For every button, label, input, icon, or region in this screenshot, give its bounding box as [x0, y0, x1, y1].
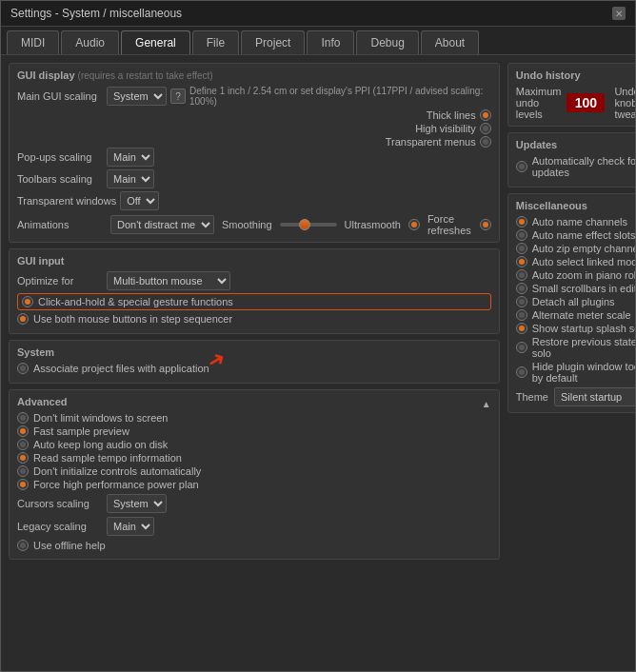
misc-label-7: Alternate meter scale: [532, 309, 631, 321]
cursors-scaling-row: Cursors scaling System: [17, 494, 491, 513]
undo-title: Undo history: [516, 69, 635, 81]
adv-radio-2[interactable]: [17, 439, 29, 450]
associate-radio[interactable]: [17, 363, 29, 374]
adv-label-4: Don't initialize controls automatically: [33, 465, 201, 477]
misc-radio-3[interactable]: [516, 256, 527, 267]
gesture-radio[interactable]: [22, 296, 33, 307]
misc-item-5: Small scrollbars in editors: [516, 283, 635, 294]
cursors-scaling-select[interactable]: System: [107, 494, 167, 513]
max-undo-value[interactable]: 100: [566, 93, 605, 112]
high-visibility-radio[interactable]: [480, 123, 491, 134]
misc-radio-7[interactable]: [516, 309, 527, 321]
misc-radio-2[interactable]: [516, 243, 527, 254]
misc-label-3: Auto select linked modules: [532, 256, 635, 267]
adv-label-2: Auto keep long audio on disk: [33, 439, 168, 450]
adv-item-1: Fast sample preview: [17, 425, 491, 437]
misc-label-0: Auto name channels: [532, 216, 627, 227]
adv-item-0: Don't limit windows to screen: [17, 412, 491, 424]
misc-radio-1[interactable]: [516, 229, 527, 241]
misc-radio-9[interactable]: [516, 342, 527, 353]
transparent-windows-row: Transparent windows Off: [17, 191, 491, 210]
undo-row: Maximum undo levels 100 Undo knob tweaks: [516, 86, 635, 120]
collapse-arrow-icon: ▲: [482, 399, 491, 409]
theme-row: Theme Silent startup: [516, 387, 635, 406]
theme-select[interactable]: Silent startup: [554, 387, 635, 406]
adv-item-5: Force high performance power plan: [17, 479, 491, 490]
legacy-scaling-label: Legacy scaling: [17, 521, 103, 532]
tab-bar: MIDI Audio General File Project Info Deb…: [1, 27, 635, 55]
gui-input-section: GUI input Optimize for Multi-button mous…: [9, 248, 500, 334]
adv-radio-4[interactable]: [17, 465, 29, 477]
optimize-select[interactable]: Multi-button mouse: [107, 271, 230, 290]
associate-label: Associate project files with application: [33, 363, 209, 374]
updates-section: Updates Automatically check for updates: [507, 132, 635, 188]
step-sequencer-row: Use both mouse buttons in step sequencer: [17, 313, 491, 325]
tab-info[interactable]: Info: [307, 30, 354, 54]
tab-about[interactable]: About: [421, 30, 479, 54]
auto-check-label: Automatically check for updates: [532, 155, 635, 178]
tab-general[interactable]: General: [121, 30, 190, 54]
smoothing-slider[interactable]: [280, 223, 337, 227]
misc-label-9: Restore previous state after solo: [532, 336, 635, 359]
advanced-collapse[interactable]: Advanced ▲: [17, 396, 491, 412]
misc-radio-8[interactable]: [516, 323, 527, 334]
misc-item-3: Auto select linked modules: [516, 256, 635, 267]
theme-label: Theme: [516, 391, 548, 403]
help-button[interactable]: ?: [170, 89, 186, 104]
right-display-options: Thick lines High visibility Transparent …: [17, 109, 491, 148]
misc-radio-0[interactable]: [516, 216, 527, 227]
animations-label: Animations: [17, 219, 103, 230]
tab-project[interactable]: Project: [241, 30, 305, 54]
system-title: System: [17, 346, 491, 358]
updates-title: Updates: [516, 139, 635, 150]
gui-input-title: GUI input: [17, 255, 491, 267]
transparent-windows-select[interactable]: Off: [120, 191, 159, 210]
miscellaneous-section: Miscellaneous Auto name channels Auto na…: [507, 193, 635, 413]
misc-radio-5[interactable]: [516, 283, 527, 294]
popups-scaling-label: Pop-ups scaling: [17, 151, 103, 163]
adv-item-4: Don't initialize controls automatically: [17, 465, 491, 477]
misc-label-8: Show startup splash screen: [532, 323, 635, 334]
force-refreshes-radio[interactable]: [480, 219, 491, 230]
animations-select[interactable]: Don't distract me: [110, 215, 214, 234]
misc-item-9: Restore previous state after solo: [516, 336, 635, 359]
animations-row: Animations Don't distract me Smoothing U…: [17, 213, 491, 236]
adv-radio-3[interactable]: [17, 452, 29, 464]
ultrasmooth-radio[interactable]: [408, 219, 420, 230]
adv-item-2: Auto keep long audio on disk: [17, 439, 491, 450]
legacy-scaling-select[interactable]: Main: [107, 517, 154, 536]
adv-radio-5[interactable]: [17, 479, 29, 490]
thick-lines-opt: Thick lines: [427, 109, 491, 121]
system-section: System Associate project files with appl…: [9, 340, 500, 384]
transparent-menus-radio[interactable]: [480, 136, 491, 148]
misc-label-1: Auto name effect slots: [532, 229, 635, 241]
close-button[interactable]: ✕: [612, 7, 626, 20]
misc-label-6: Detach all plugins: [532, 296, 615, 307]
thick-lines-radio[interactable]: [480, 109, 491, 121]
misc-radio-6[interactable]: [516, 296, 527, 307]
misc-label-5: Small scrollbars in editors: [532, 283, 635, 294]
misc-radio-10[interactable]: [516, 366, 527, 378]
step-seq-radio[interactable]: [17, 313, 29, 325]
misc-item-0: Auto name channels: [516, 216, 635, 227]
popups-scaling-select[interactable]: Main: [107, 148, 154, 167]
gui-display-section: GUI display (requires a restart to take …: [9, 63, 500, 243]
force-refreshes-label: Force refreshes: [427, 213, 472, 236]
toolbars-scaling-row: Toolbars scaling Main: [17, 169, 491, 188]
main-gui-scaling-select[interactable]: System: [107, 87, 167, 106]
adv-radio-1[interactable]: [17, 425, 29, 437]
title-bar: Settings - System / miscellaneous ✕: [1, 1, 635, 27]
transparent-menus-label: Transparent menus: [386, 136, 476, 148]
tab-audio[interactable]: Audio: [61, 30, 119, 54]
adv-label-0: Don't limit windows to screen: [33, 412, 169, 424]
offline-help-radio[interactable]: [17, 540, 29, 551]
misc-item-10: Hide plugin window toolbar by default: [516, 361, 635, 384]
transparent-windows-label: Transparent windows: [17, 195, 116, 207]
adv-radio-0[interactable]: [17, 412, 29, 424]
tab-debug[interactable]: Debug: [356, 30, 418, 54]
tab-file[interactable]: File: [192, 30, 239, 54]
toolbars-scaling-select[interactable]: Main: [107, 169, 154, 188]
tab-midi[interactable]: MIDI: [7, 30, 59, 54]
auto-check-radio[interactable]: [516, 161, 527, 172]
misc-radio-4[interactable]: [516, 269, 527, 281]
